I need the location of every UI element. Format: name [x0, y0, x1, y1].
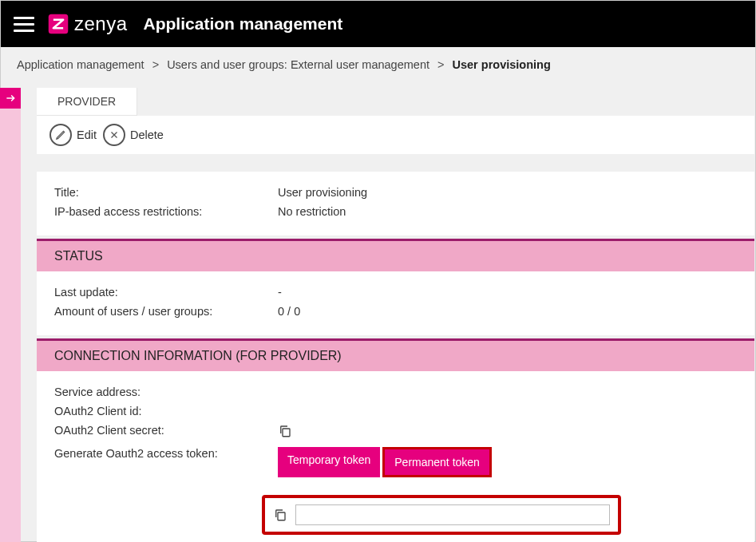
- brand-logo[interactable]: zenya: [47, 13, 128, 35]
- breadcrumb-current: User provisioning: [453, 58, 551, 71]
- service-address-label: Service address:: [54, 386, 278, 398]
- brand-name: zenya: [74, 13, 128, 35]
- breadcrumb-link-2[interactable]: Users and user groups: External user man…: [167, 58, 429, 71]
- tab-provider[interactable]: PROVIDER: [37, 88, 137, 116]
- last-update-label: Last update:: [54, 286, 278, 299]
- user-count-value: 0 / 0: [278, 305, 300, 318]
- breadcrumb-separator: >: [437, 58, 444, 71]
- generate-token-label: Generate Oauth2 access token:: [54, 447, 278, 460]
- top-bar: zenya Application management: [1, 1, 755, 47]
- edit-label: Edit: [77, 129, 97, 141]
- token-input[interactable]: [295, 504, 610, 525]
- delete-label: Delete: [130, 129, 164, 141]
- delete-button[interactable]: Delete: [103, 124, 164, 146]
- ip-restrictions-value: No restriction: [278, 205, 346, 218]
- main-content: PROVIDER Edit Delete Title: User provisi…: [37, 88, 754, 540]
- copy-secret-button[interactable]: [278, 424, 292, 438]
- title-value: User provisioning: [278, 186, 367, 199]
- copy-icon: [273, 508, 287, 522]
- client-id-label: OAuth2 Client id:: [54, 405, 278, 417]
- connection-section: Service address: OAuth2 Client id: OAuth…: [37, 371, 754, 542]
- sidebar-collapsed-strip: [0, 109, 21, 542]
- last-update-value: -: [278, 286, 282, 299]
- zenya-logo-icon: [47, 13, 69, 35]
- svg-rect-1: [283, 429, 290, 437]
- user-count-label: Amount of users / user groups:: [54, 305, 278, 318]
- copy-token-button[interactable]: [273, 508, 287, 522]
- edit-button[interactable]: Edit: [49, 124, 97, 146]
- copy-icon: [278, 424, 292, 438]
- status-heading: STATUS: [37, 239, 754, 271]
- status-section: Last update: - Amount of users / user gr…: [37, 271, 754, 335]
- token-output-area: [262, 495, 621, 535]
- breadcrumb-link-1[interactable]: Application management: [17, 58, 144, 71]
- page-title: Application management: [144, 14, 343, 34]
- ip-restrictions-label: IP-based access restrictions:: [54, 205, 278, 218]
- temporary-token-button[interactable]: Temporary token: [278, 447, 380, 477]
- expand-sidebar-button[interactable]: [0, 88, 21, 109]
- permanent-token-button[interactable]: Permanent token: [385, 449, 489, 475]
- client-secret-label: OAuth2 Client secret:: [54, 424, 278, 441]
- svg-rect-2: [278, 512, 285, 520]
- close-icon: [103, 124, 125, 146]
- connection-heading: CONNECTION INFORMATION (FOR PROVIDER): [37, 338, 754, 371]
- menu-icon[interactable]: [14, 14, 34, 34]
- breadcrumb-separator: >: [152, 58, 159, 71]
- toolbar: Edit Delete: [37, 116, 754, 154]
- title-label: Title:: [54, 186, 278, 199]
- breadcrumb: Application management > Users and user …: [1, 47, 755, 82]
- details-section: Title: User provisioning IP-based access…: [37, 172, 754, 235]
- tab-row: PROVIDER: [37, 88, 754, 116]
- pencil-icon: [49, 124, 72, 146]
- arrow-right-icon: [5, 93, 16, 104]
